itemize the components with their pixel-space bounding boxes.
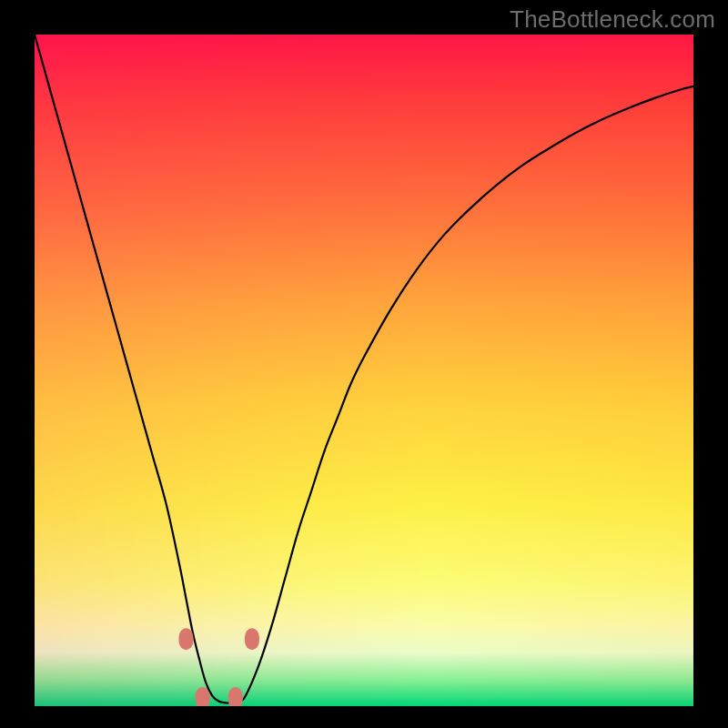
curve-marker xyxy=(228,687,243,706)
curve-marker xyxy=(245,628,259,650)
plot-area xyxy=(35,35,693,706)
chart-frame: TheBottleneck.com xyxy=(0,0,728,728)
chart-svg xyxy=(35,35,693,706)
curve-marker xyxy=(196,687,210,706)
bottleneck-curve xyxy=(35,35,693,703)
attribution-text: TheBottleneck.com xyxy=(510,5,715,34)
curve-marker xyxy=(179,628,194,650)
